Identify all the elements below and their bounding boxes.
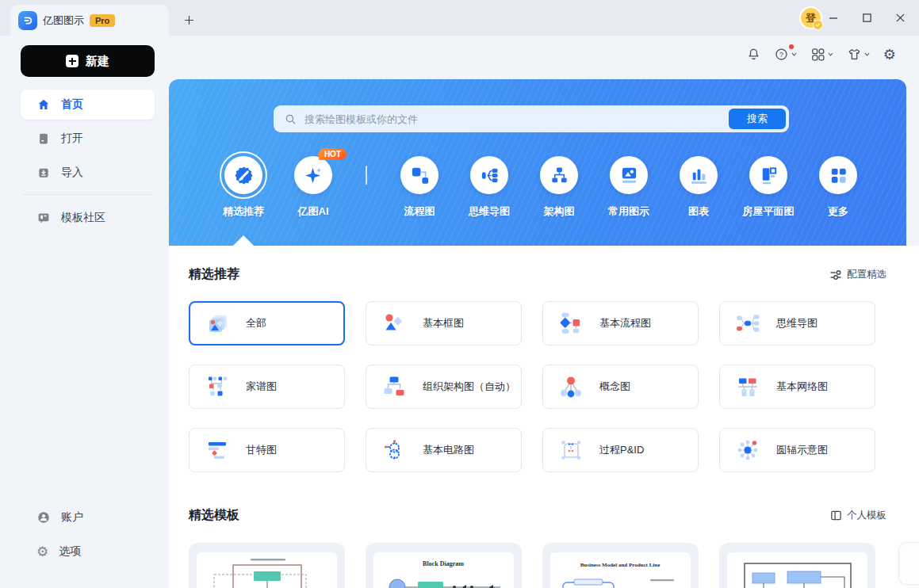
theme-menu-button[interactable] [844, 44, 873, 64]
card-gantt-chart[interactable]: 甘特图 [189, 428, 345, 472]
new-document-button[interactable]: 新建 [21, 45, 155, 77]
user-avatar[interactable]: 登 [799, 6, 822, 29]
template-card[interactable]: Business Model and Product Line [542, 543, 699, 588]
sidebar-item-label: 打开 [61, 132, 83, 146]
card-basic-block-diagram[interactable]: 基本框图 [366, 301, 522, 346]
process-pid-icon [558, 437, 584, 463]
featured-badge-icon [224, 156, 262, 194]
category-label: 精选推荐 [223, 204, 264, 219]
card-basic-circuit[interactable]: 基本电路图 [366, 428, 522, 472]
template-card[interactable] [189, 543, 345, 588]
card-concept-map[interactable]: 概念图 [542, 365, 699, 409]
card-basic-flowchart[interactable]: 基本流程图 [542, 301, 699, 346]
sidebar-item-label: 首页 [61, 97, 83, 112]
template-card[interactable]: Block Diagram [366, 543, 522, 588]
new-tab-button[interactable] [179, 10, 198, 29]
category-label: 流程图 [404, 204, 435, 219]
card-label: 甘特图 [246, 443, 277, 457]
sidebar-item-options[interactable]: ⚙ 选项 [21, 536, 155, 567]
sidebar-item-account[interactable]: 账户 [21, 502, 155, 533]
category-label: 图表 [688, 204, 709, 219]
card-basic-network[interactable]: 基本网络图 [719, 365, 875, 409]
tshirt-icon [847, 47, 862, 62]
minimize-icon [828, 13, 839, 24]
template-thumbnail [197, 552, 337, 588]
chevron-down-icon [827, 51, 834, 58]
category-flowchart[interactable]: 流程图 [385, 156, 454, 219]
close-icon [895, 13, 906, 23]
notifications-button[interactable] [744, 44, 764, 64]
category-more[interactable]: 更多 [803, 156, 873, 219]
category-charts[interactable]: 图表 [664, 156, 733, 219]
template-thumbnail [727, 552, 867, 588]
all-templates-icon [205, 311, 230, 336]
plus-icon [66, 55, 78, 67]
pro-badge: Pro [90, 14, 115, 27]
category-label: 更多 [828, 204, 848, 219]
template-card[interactable] [719, 543, 875, 588]
basic-block-diagram-icon [381, 311, 407, 336]
apps-menu-button[interactable] [808, 44, 837, 64]
card-label: 概念图 [599, 380, 630, 394]
card-label: 基本网络图 [776, 380, 828, 394]
sidebar-item-home[interactable]: 首页 [21, 90, 155, 120]
card-org-chart-auto[interactable]: 组织架构图（自动） [366, 365, 522, 409]
card-label: 家谱图 [246, 380, 277, 394]
top-toolbar: ? ⚙ [744, 44, 898, 64]
titlebar: 亿图图示 Pro 登 [0, 0, 919, 36]
ai-sparkle-icon [294, 156, 332, 194]
category-label: 常用图示 [608, 204, 649, 219]
app-tab[interactable]: 亿图图示 Pro [10, 5, 169, 36]
category-floor-plan[interactable]: 房屋平面图 [733, 156, 803, 219]
community-icon [36, 211, 51, 225]
category-featured[interactable]: 精选推荐 [209, 156, 278, 219]
bar-chart-icon [680, 156, 718, 194]
category-edraw-ai[interactable]: HOT 亿图AI [278, 156, 348, 219]
selected-category-pointer [233, 235, 254, 246]
card-mindmap[interactable]: 思维导图 [719, 301, 875, 346]
basic-flowchart-icon [558, 311, 584, 336]
category-architecture[interactable]: 架构图 [524, 156, 594, 219]
sidebar-item-open[interactable]: 打开 [21, 124, 155, 154]
search-bar: 搜索 [274, 105, 789, 132]
sidebar-divider [22, 194, 153, 195]
card-process-pid[interactable]: 过程P&ID [542, 428, 699, 472]
template-thumbnail: Business Model and Product Line [550, 552, 691, 588]
search-input[interactable] [304, 113, 729, 125]
app-logo-icon [18, 11, 37, 30]
personal-templates-link[interactable]: 个人模板 [830, 509, 886, 522]
search-icon [284, 113, 297, 126]
flowchart-icon [400, 156, 438, 194]
category-label: 亿图AI [298, 204, 329, 219]
sidebar-item-label: 选项 [59, 544, 81, 559]
card-radial-diagram[interactable]: 圆辐示意图 [719, 428, 875, 472]
category-common-diagrams[interactable]: 常用图示 [594, 156, 664, 219]
help-icon: ? [774, 47, 789, 62]
help-menu-button[interactable]: ? [772, 44, 800, 64]
document-icon [36, 132, 51, 146]
sidebar: 新建 首页 打开 导入 模板社区 账户 ⚙ 选项 [0, 36, 169, 588]
card-label: 圆辐示意图 [776, 443, 828, 457]
sidebar-item-label: 导入 [61, 166, 83, 180]
edge-peek-card[interactable] [898, 542, 919, 585]
sidebar-item-import[interactable]: 导入 [21, 158, 155, 188]
card-family-tree[interactable]: 家谱图 [189, 365, 345, 409]
basic-network-icon [735, 374, 760, 399]
card-all[interactable]: 全部 [189, 301, 345, 346]
settings-button[interactable]: ⚙ [881, 45, 898, 64]
category-mindmap[interactable]: 思维导图 [454, 156, 524, 219]
close-button[interactable] [889, 7, 911, 29]
hot-badge: HOT [319, 148, 347, 160]
minimize-button[interactable] [822, 7, 844, 29]
maximize-button[interactable] [856, 7, 878, 29]
sidebar-item-template-community[interactable]: 模板社区 [21, 203, 155, 233]
configure-featured-link[interactable]: 配置精选 [829, 268, 886, 281]
card-label: 思维导图 [776, 316, 818, 330]
chevron-down-icon [863, 51, 871, 58]
search-button[interactable]: 搜索 [729, 109, 786, 129]
notification-dot [789, 44, 794, 49]
template-thumbnail: Block Diagram [373, 552, 514, 588]
family-tree-icon [205, 374, 230, 399]
card-label: 基本框图 [423, 316, 464, 330]
home-icon [36, 97, 51, 112]
